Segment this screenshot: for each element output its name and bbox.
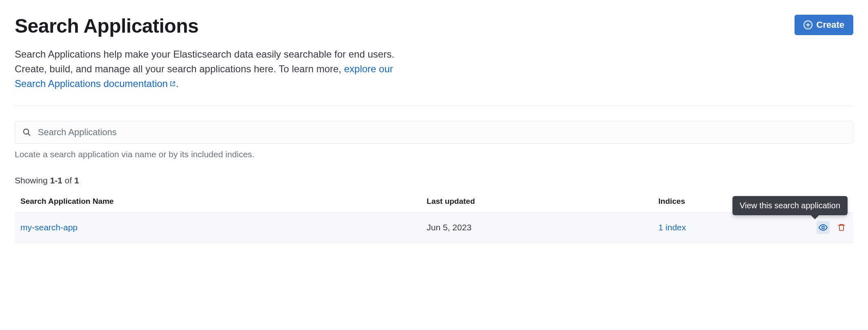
last-updated-cell: Jun 5, 2023 — [421, 213, 652, 243]
search-help-text: Locate a search application via name or … — [15, 149, 853, 159]
trash-icon — [837, 223, 846, 232]
application-name-link[interactable]: my-search-app — [20, 223, 78, 232]
create-button-label: Create — [817, 20, 844, 30]
page-title: Search Applications — [15, 15, 198, 37]
delete-application-button[interactable] — [835, 221, 848, 234]
plus-circle-icon — [803, 20, 812, 29]
svg-point-0 — [24, 129, 29, 134]
svg-line-1 — [28, 134, 30, 136]
column-header-last-updated[interactable]: Last updated — [421, 193, 652, 213]
applications-table: Search Application Name Last updated Ind… — [15, 193, 853, 243]
column-header-name[interactable]: Search Application Name — [15, 193, 421, 213]
svg-point-2 — [822, 226, 824, 229]
results-count: Showing 1-1 of 1 — [15, 176, 853, 185]
table-row: my-search-app Jun 5, 2023 1 index View t… — [15, 213, 853, 243]
page-description: Search Applications help make your Elast… — [15, 47, 423, 91]
description-text: Search Applications help make your Elast… — [15, 49, 394, 74]
search-input[interactable] — [38, 127, 846, 138]
view-tooltip: View this search application — [732, 196, 848, 215]
indices-link[interactable]: 1 index — [659, 223, 686, 232]
divider — [15, 106, 853, 106]
external-link-icon — [169, 80, 176, 87]
description-suffix: . — [176, 78, 179, 89]
eye-icon — [818, 223, 828, 232]
create-button[interactable]: Create — [795, 15, 853, 35]
search-icon — [22, 128, 31, 137]
search-box[interactable] — [15, 121, 853, 144]
